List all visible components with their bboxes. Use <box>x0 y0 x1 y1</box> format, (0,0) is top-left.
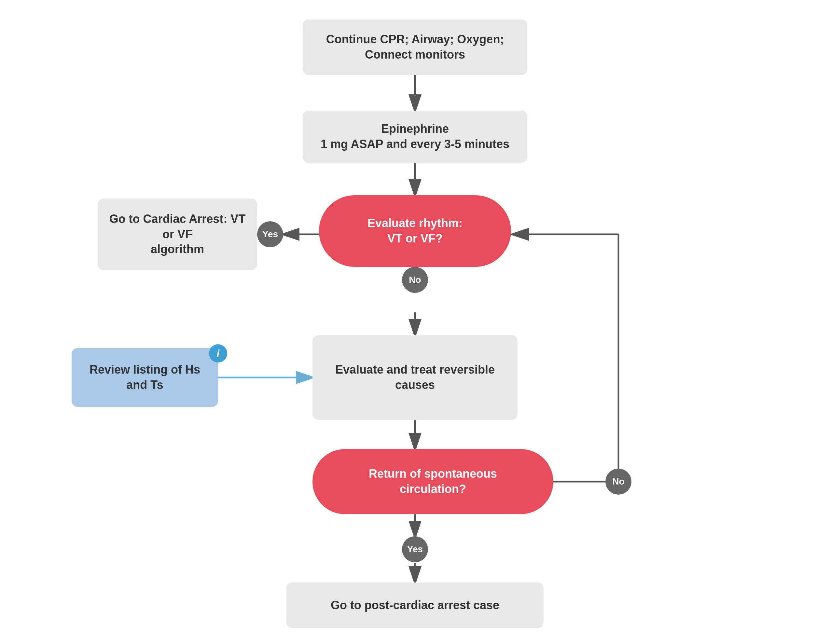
go-cardiac-arrest-label: Go to Cardiac Arrest: VT or VFalgorithm <box>98 205 257 264</box>
no-vt-vf-circle: No <box>402 267 428 293</box>
evaluate-treat-label: Evaluate and treat reversiblecauses <box>325 356 505 399</box>
evaluate-treat-node: Evaluate and treat reversiblecauses <box>312 335 518 420</box>
yes-rosc-circle: Yes <box>402 536 428 562</box>
epinephrine-label: Epinephrine1 mg ASAP and every 3-5 minut… <box>311 115 519 158</box>
epinephrine-node: Epinephrine1 mg ASAP and every 3-5 minut… <box>303 111 527 163</box>
go-cardiac-arrest-node: Go to Cardiac Arrest: VT or VFalgorithm <box>98 198 257 270</box>
info-icon[interactable]: i <box>209 344 227 362</box>
review-hs-ts-label: Review listing of Hs and Ts <box>71 356 218 399</box>
yes-vt-vf-circle: Yes <box>257 221 283 247</box>
evaluate-rhythm-label: Evaluate rhythm:VT or VF? <box>356 209 474 253</box>
no-rosc-circle: No <box>605 468 632 495</box>
post-cardiac-arrest-node: Go to post-cardiac arrest case <box>287 582 543 628</box>
evaluate-rhythm-node: Evaluate rhythm:VT or VF? <box>319 195 511 267</box>
post-cardiac-arrest-label: Go to post-cardiac arrest case <box>321 591 509 620</box>
continue-cpr-label: Continue CPR; Airway; Oxygen; Connect mo… <box>303 25 527 69</box>
review-hs-ts-node[interactable]: Review listing of Hs and Ts <box>71 348 218 407</box>
return-spontaneous-node: Return of spontaneouscirculation? <box>312 449 553 514</box>
continue-cpr-node: Continue CPR; Airway; Oxygen; Connect mo… <box>303 19 527 75</box>
return-spontaneous-label: Return of spontaneouscirculation? <box>357 460 509 503</box>
